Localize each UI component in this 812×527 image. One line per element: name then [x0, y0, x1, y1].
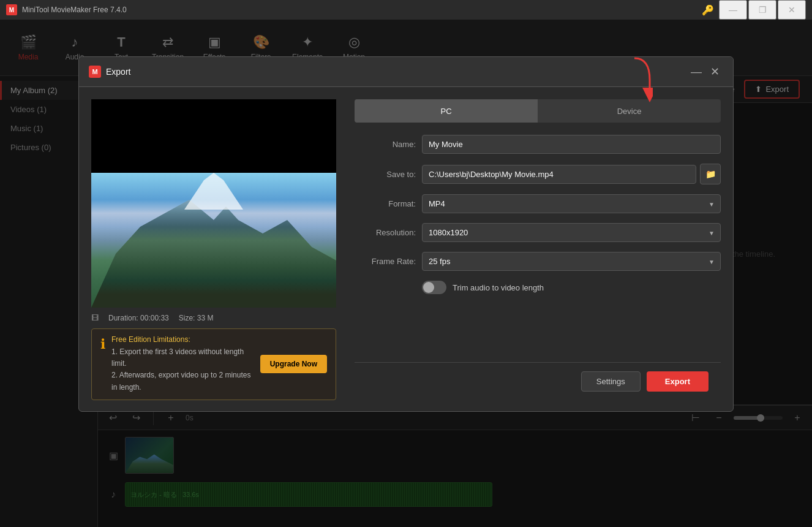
modal-overlay: M Export — ✕ 🎞: [0, 20, 812, 527]
limit-item-2: 2. Afterwards, export video up to 2 minu…: [111, 370, 254, 393]
modal-header: M Export — ✕: [79, 57, 733, 87]
settings-spacer: [355, 306, 721, 362]
preview-panel: 🎞 Duration: 00:00:33 Size: 33 M ℹ Free E…: [91, 99, 336, 400]
trim-audio-toggle[interactable]: [422, 281, 446, 294]
limit-item-1: 1. Export the first 3 videos without len…: [111, 346, 254, 370]
modal-title-area: M Export: [89, 66, 130, 78]
settings-panel: PC Device Name: Save to: 📁 Format:: [355, 99, 721, 400]
size-label: Size: 33 M: [179, 314, 214, 322]
limitations-items: 1. Export the first 3 videos without len…: [111, 346, 254, 393]
modal-body: 🎞 Duration: 00:00:33 Size: 33 M ℹ Free E…: [79, 87, 733, 412]
export-modal: M Export — ✕ 🎞: [78, 56, 734, 412]
saveto-row: Save to: 📁: [355, 164, 721, 184]
maximize-button[interactable]: ❐: [748, 0, 776, 20]
duration-label: Duration: 00:00:33: [108, 314, 169, 322]
tab-pc[interactable]: PC: [355, 99, 538, 123]
name-input[interactable]: [422, 135, 721, 154]
saveto-label: Save to:: [355, 170, 416, 179]
export-button[interactable]: Export: [647, 371, 709, 392]
upgrade-button[interactable]: Upgrade Now: [260, 355, 327, 373]
modal-minimize-button[interactable]: —: [688, 63, 705, 80]
tab-device[interactable]: Device: [538, 99, 721, 123]
saveto-input[interactable]: [422, 165, 696, 184]
title-controls: — ❐ ✕: [719, 0, 806, 20]
framerate-row: Frame Rate: 25 fps: [355, 252, 721, 271]
format-select-wrapper: MP4: [422, 194, 721, 213]
format-label: Format:: [355, 199, 416, 208]
modal-window-controls: — ✕: [688, 63, 723, 80]
app-title: MiniTool MovieMaker Free 7.4.0: [22, 6, 702, 14]
limitations-text: Free Edition Limitations: 1. Export the …: [111, 335, 254, 393]
modal-footer: Settings Export: [355, 362, 721, 400]
resolution-label: Resolution:: [355, 228, 416, 237]
resolution-row: Resolution: 1080x1920: [355, 223, 721, 242]
framerate-select-wrapper: 25 fps: [422, 252, 721, 271]
app-icon: M: [6, 4, 17, 15]
preview-info: 🎞 Duration: 00:00:33 Size: 33 M: [91, 314, 336, 322]
close-button[interactable]: ✕: [778, 0, 806, 20]
trim-audio-row: Trim audio to video length: [422, 281, 721, 294]
mountain-snow: [165, 173, 263, 210]
modal-close-button[interactable]: ✕: [706, 63, 723, 80]
framerate-select[interactable]: 25 fps: [422, 252, 721, 271]
film-icon: 🎞: [91, 314, 99, 322]
resolution-select-wrapper: 1080x1920: [422, 223, 721, 242]
modal-app-icon: M: [89, 66, 101, 78]
name-row: Name:: [355, 135, 721, 154]
saveto-input-group: 📁: [422, 164, 721, 184]
info-icon: ℹ: [100, 336, 105, 352]
format-row: Format: MP4: [355, 194, 721, 213]
framerate-label: Frame Rate:: [355, 257, 416, 266]
modal-title: Export: [106, 67, 130, 77]
resolution-select[interactable]: 1080x1920: [422, 223, 721, 242]
titlebar: M MiniTool MovieMaker Free 7.4.0 🔑 — ❐ ✕: [0, 0, 812, 20]
key-icon: 🔑: [702, 4, 714, 16]
preview-image: [91, 99, 336, 308]
trim-audio-label: Trim audio to video length: [453, 283, 544, 292]
preview-mountain: [91, 173, 336, 308]
name-label: Name:: [355, 140, 416, 149]
limitations-box: ℹ Free Edition Limitations: 1. Export th…: [91, 328, 336, 400]
browse-folder-button[interactable]: 📁: [700, 164, 721, 184]
limitations-title: Free Edition Limitations:: [111, 335, 254, 344]
settings-button[interactable]: Settings: [581, 371, 641, 392]
preview-black: [91, 99, 336, 173]
export-tab-bar: PC Device: [355, 99, 721, 123]
format-select[interactable]: MP4: [422, 194, 721, 213]
minimize-button[interactable]: —: [719, 0, 747, 20]
